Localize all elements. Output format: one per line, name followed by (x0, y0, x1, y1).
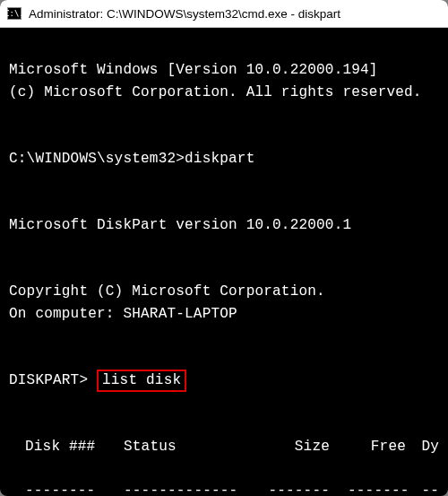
window-title: Administrator: C:\WINDOWS\system32\cmd.e… (29, 7, 340, 21)
prompt: C:\WINDOWS\system32> (9, 151, 185, 167)
col-free: Free (348, 436, 415, 458)
col-status: Status (124, 436, 258, 458)
computer-name: On computer: SHARAT-LAPTOP (9, 306, 237, 322)
diskpart-copyright: Copyright (C) Microsoft Corporation. (9, 283, 325, 300)
terminal-output[interactable]: Microsoft Windows [Version 10.0.22000.19… (0, 28, 448, 496)
cmd-window: C:\. Administrator: C:\WINDOWS\system32\… (0, 0, 448, 496)
command-list-disk: list disk (97, 370, 186, 392)
cmd-icon: C:\. (7, 7, 22, 20)
diskpart-prompt: DISKPART> (9, 372, 97, 388)
col-disk: Disk ### (25, 436, 124, 458)
copyright-line: (c) Microsoft Corporation. All rights re… (9, 84, 422, 100)
table-header: Disk ###StatusSizeFreeDy (9, 436, 439, 458)
table-divider: ------------------------------------- (9, 480, 439, 496)
command-diskpart: diskpart (185, 151, 254, 167)
col-size: Size (258, 436, 348, 458)
version-line: Microsoft Windows [Version 10.0.22000.19… (9, 62, 378, 78)
col-dyn: Dy (415, 436, 439, 458)
diskpart-version: Microsoft DiskPart version 10.0.22000.1 (9, 217, 351, 233)
titlebar[interactable]: C:\. Administrator: C:\WINDOWS\system32\… (0, 0, 448, 27)
